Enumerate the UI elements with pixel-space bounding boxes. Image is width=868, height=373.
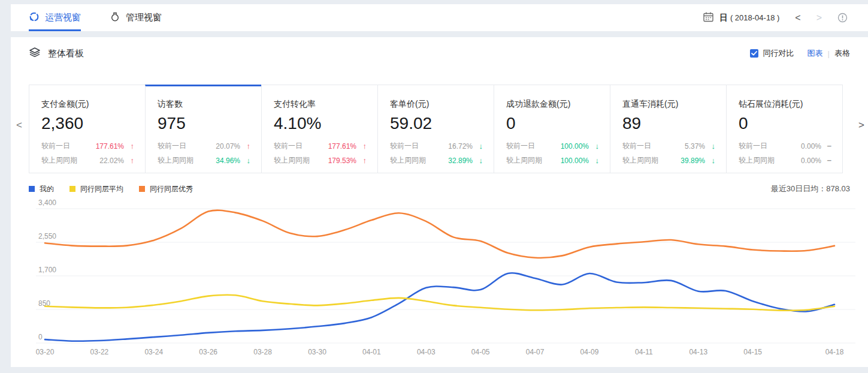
trend-arrow-icon: ↓ [473, 142, 483, 151]
metric-card-visitors[interactable]: 访客数 975 较前一日20.07%↑ 较上周同期34.96%↓ [145, 85, 262, 173]
x-axis-tick: 04-07 [526, 348, 545, 356]
metric-card-ztc-cost[interactable]: 直通车消耗(元) 89 较前一日5.37%↓ 较上周同期39.89%↓ [610, 85, 727, 173]
visitors-line-chart[interactable]: 08501,7002,5503,40003-2003-2203-2403-260… [29, 198, 861, 361]
trend-label: 较上周同期 [506, 155, 542, 166]
overall-dashboard-panel: 整体看板 同行对比 图表 | 表格 < > 支付金额(元) 2,360 较前一日… [11, 37, 868, 367]
trend-label: 较上周同期 [274, 155, 310, 166]
date-controls: 日 ( 2018-04-18 ) < > [703, 11, 848, 25]
date-granularity[interactable]: 日 [719, 13, 728, 23]
metric-title: 钻石展位消耗(元) [739, 99, 831, 110]
trend-value: 177.61% [328, 142, 356, 151]
metric-cards: 支付金额(元) 2,360 较前一日177.61%↑ 较上周同期22.02%↑ … [29, 85, 850, 173]
trend-arrow-icon: ↓ [705, 156, 715, 165]
metric-card-diamond-cost[interactable]: 钻石展位消耗(元) 0 较前一日0.00%− 较上周同期0.00%− [726, 85, 843, 173]
trend-arrow-icon: ↓ [589, 156, 599, 165]
page-title: 整体看板 [48, 48, 84, 59]
view-toggle-divider: | [828, 49, 830, 58]
series-line-同行同层优秀 [45, 210, 834, 258]
metric-value: 89 [622, 114, 715, 133]
metric-card-refund-amount[interactable]: 成功退款金额(元) 0 较前一日100.00%↓ 较上周同期100.00%↓ [494, 85, 610, 173]
tab-management-view[interactable]: 管理视窗 [110, 4, 162, 31]
metric-value: 2,360 [41, 114, 134, 133]
x-axis-tick: 04-13 [689, 348, 707, 356]
trend-value: 20.07% [216, 142, 240, 151]
trend-label: 较前一日 [158, 141, 186, 151]
trend-value: 32.89% [448, 157, 473, 165]
tab-operations-view[interactable]: 运营视窗 [29, 4, 81, 31]
trend-value: 34.96% [216, 157, 240, 165]
metric-value: 975 [158, 114, 250, 133]
x-axis-tick: 04-11 [635, 348, 653, 356]
x-axis-tick: 04-05 [471, 348, 490, 356]
trend-value: 0.00% [801, 157, 821, 165]
metric-value: 0 [506, 114, 599, 133]
metric-value: 0 [739, 114, 831, 133]
metric-card-price-per-customer[interactable]: 客单价(元) 59.02 较前一日16.72%↓ 较上周同期32.89%↓ [377, 85, 494, 173]
legend-item-mine[interactable]: 我的 [29, 184, 54, 194]
prev-date-icon[interactable]: < [795, 13, 800, 23]
tab-operations-label: 运营视窗 [45, 12, 81, 23]
metric-title: 支付金额(元) [41, 99, 134, 110]
trend-arrow-icon: ↓ [473, 156, 483, 165]
trend-value: 100.00% [561, 142, 589, 151]
cards-scroll-left-icon[interactable]: < [16, 119, 22, 131]
trend-label: 较前一日 [506, 141, 535, 151]
trend-value: 0.00% [801, 142, 821, 151]
metric-cards-area: < > 支付金额(元) 2,360 较前一日177.61%↑ 较上周同期22.0… [11, 85, 868, 173]
legend-label: 同行同层优秀 [150, 184, 193, 194]
series-line-同行同层平均 [45, 295, 834, 311]
trend-arrow-icon: ↑ [124, 142, 134, 151]
view-toggle-table[interactable]: 表格 [834, 48, 850, 59]
legend-swatch-mine [29, 186, 35, 192]
metric-title: 访客数 [158, 99, 250, 110]
metric-card-payment-amount[interactable]: 支付金额(元) 2,360 较前一日177.61%↑ 较上周同期22.02%↑ [29, 85, 146, 173]
trend-label: 较上周同期 [41, 155, 77, 166]
metric-value: 4.10% [274, 114, 367, 133]
trend-arrow-icon: ↓ [240, 156, 250, 165]
x-axis-tick: 04-15 [743, 348, 762, 356]
money-bag-icon [110, 11, 120, 24]
trend-value: 22.02% [99, 157, 124, 165]
trend-value: 100.00% [561, 157, 589, 165]
trend-value: 39.89% [681, 157, 705, 165]
legend-item-peer-average[interactable]: 同行同层平均 [69, 184, 123, 194]
legend-swatch-peer-excellent [139, 186, 145, 192]
legend-swatch-peer-average [69, 186, 75, 192]
trend-arrow-icon: ↑ [356, 156, 367, 165]
date-range[interactable]: ( 2018-04-18 ) [730, 13, 779, 22]
metric-title: 成功退款金额(元) [506, 99, 599, 110]
peer-compare-label[interactable]: 同行对比 [763, 48, 794, 59]
legend-label: 我的 [40, 184, 54, 194]
trend-value: 179.53% [328, 157, 356, 165]
trend-label: 较前一日 [41, 141, 70, 151]
x-axis-tick: 03-20 [36, 348, 55, 356]
x-axis-tick: 03-22 [90, 348, 109, 356]
peer-compare-checkbox[interactable] [750, 49, 758, 58]
x-axis-tick: 04-03 [417, 348, 435, 356]
x-axis-tick: 04-18 [825, 348, 844, 356]
cards-scroll-right-icon[interactable]: > [858, 119, 864, 131]
top-bar: 运营视窗 管理视窗 日 ( 2018-04-18 ) < > [11, 4, 868, 31]
x-axis-tick: 03-30 [308, 348, 326, 356]
y-axis-tick: 1,700 [38, 266, 56, 274]
trend-label: 较前一日 [274, 141, 303, 151]
x-axis-tick: 04-09 [580, 348, 599, 356]
trend-label: 较上周同期 [158, 155, 193, 166]
trend-arrow-icon: ↑ [240, 142, 250, 151]
trend-label: 较前一日 [390, 141, 419, 151]
metric-title: 直通车消耗(元) [622, 99, 715, 110]
trend-value: 5.37% [685, 142, 705, 151]
trend-arrow-icon: ↓ [705, 142, 715, 151]
metric-card-conversion-rate[interactable]: 支付转化率 4.10% 较前一日177.61%↑ 较上周同期179.53%↑ [261, 85, 378, 173]
view-toggle-chart[interactable]: 图表 [807, 48, 823, 59]
y-axis-tick: 3,400 [38, 198, 56, 207]
x-axis-tick: 03-24 [144, 348, 163, 356]
trend-label: 较上周同期 [622, 155, 658, 166]
chart-legend: 我的 同行同层平均 同行同层优秀 最近30日日均：878.03 [29, 184, 850, 194]
trend-value: 177.61% [96, 142, 124, 151]
info-icon[interactable] [837, 13, 848, 23]
x-axis-tick: 04-01 [362, 348, 381, 356]
legend-item-peer-excellent[interactable]: 同行同层优秀 [139, 184, 193, 194]
next-date-icon[interactable]: > [816, 13, 822, 23]
trend-label: 较上周同期 [739, 155, 775, 166]
